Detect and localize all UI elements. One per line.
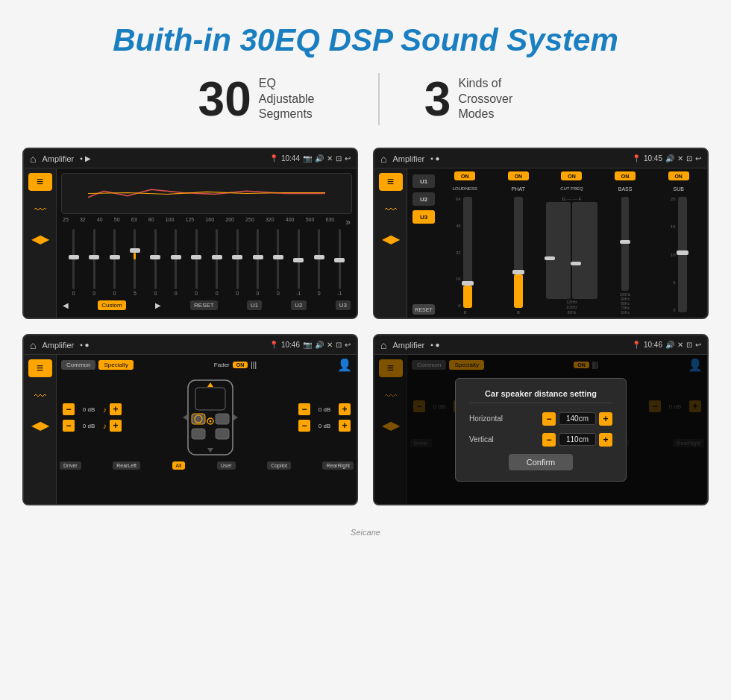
rearright-btn[interactable]: RearRight <box>322 461 354 470</box>
next-arrow[interactable]: » <box>345 217 351 227</box>
confirm-button[interactable]: Confirm <box>509 454 574 470</box>
dsp-tune-icon[interactable]: ≡ <box>379 173 403 191</box>
eq-slider-1[interactable]: 0 <box>84 229 103 296</box>
eq-slider-11[interactable]: -1 <box>289 229 308 296</box>
vertical-input: − 110cm + <box>542 433 612 447</box>
right-bot-minus[interactable]: − <box>298 420 310 432</box>
eq-slider-6[interactable]: 0 <box>187 229 206 296</box>
back-icon-4[interactable]: ↩ <box>695 341 701 349</box>
left-bot-plus[interactable]: + <box>110 420 122 432</box>
right-bot-plus[interactable]: + <box>339 420 351 432</box>
custom-btn[interactable]: Custom <box>98 300 126 310</box>
dsp-content: ≡ 〰 ◀▶ U1 U2 U3 RESET ON LOUDNESS <box>374 168 707 318</box>
loudness-slider[interactable] <box>463 197 472 308</box>
watermark: Seicane <box>351 528 380 537</box>
fader-on[interactable]: ON <box>233 362 248 368</box>
eq-graph <box>61 173 352 214</box>
play-arrow[interactable]: ▶ <box>155 301 161 309</box>
bass-slider[interactable] <box>621 197 629 291</box>
horizontal-plus[interactable]: + <box>599 412 612 426</box>
phat-slider[interactable] <box>514 197 523 308</box>
u3-btn[interactable]: U3 <box>336 300 351 310</box>
phat-on[interactable]: ON <box>508 171 529 180</box>
bass-on[interactable]: ON <box>615 171 636 180</box>
left-top-plus[interactable]: + <box>110 403 122 415</box>
u2-preset[interactable]: U2 <box>412 192 435 206</box>
back-icon[interactable]: ↩ <box>345 154 351 163</box>
home-icon-4[interactable]: ⌂ <box>380 339 386 351</box>
location-icon-2: 📍 <box>632 154 641 163</box>
close-icon[interactable]: ✕ <box>327 154 333 163</box>
home-icon[interactable]: ⌂ <box>30 153 36 165</box>
mode-buttons: Common Specialty <box>61 360 134 370</box>
close-icon-3[interactable]: ✕ <box>327 341 333 349</box>
dsp-vol-icon[interactable]: ◀▶ <box>379 230 403 247</box>
copilot-btn[interactable]: Copilot <box>267 461 291 470</box>
left-top-minus[interactable]: − <box>63 403 75 415</box>
back-icon-2[interactable]: ↩ <box>695 154 701 163</box>
vertical-plus[interactable]: + <box>599 433 612 447</box>
vertical-label: Vertical <box>469 435 494 444</box>
reset-btn[interactable]: RESET <box>190 300 218 310</box>
sub-on[interactable]: ON <box>668 171 689 180</box>
left-bot-minus[interactable]: − <box>63 420 75 432</box>
home-icon-2[interactable]: ⌂ <box>380 153 386 165</box>
eq-tune-icon[interactable]: ≡ <box>28 173 52 191</box>
svg-marker-14 <box>233 414 238 420</box>
eq-slider-4[interactable]: 0 <box>146 229 165 296</box>
eq-slider-10[interactable]: 0 <box>269 229 287 296</box>
u2-btn[interactable]: U2 <box>291 300 306 310</box>
eq-vol-icon[interactable]: ◀▶ <box>28 230 52 247</box>
window-icon-3[interactable]: ⊡ <box>336 341 342 349</box>
horizontal-value: 140cm <box>559 412 596 425</box>
dist-header-icons: ▪ ● <box>430 341 439 349</box>
fader-vol-icon[interactable]: ◀▶ <box>28 416 52 434</box>
home-icon-3[interactable]: ⌂ <box>30 339 36 351</box>
svg-marker-13 <box>183 414 187 420</box>
fader-tune-icon[interactable]: ≡ <box>28 359 52 377</box>
rearleft-btn[interactable]: RearLeft <box>113 461 140 470</box>
right-top-minus[interactable]: − <box>298 403 310 415</box>
eq-slider-5[interactable]: 0 <box>166 229 185 296</box>
dsp-title: Amplifier <box>392 154 424 163</box>
eq-slider-7[interactable]: 0 <box>207 229 226 296</box>
eq-slider-13[interactable]: -1 <box>330 229 348 296</box>
u1-btn[interactable]: U1 <box>247 300 262 310</box>
eq-slider-8[interactable]: 0 <box>228 229 246 296</box>
horizontal-minus[interactable]: − <box>542 412 556 426</box>
eq-slider-0[interactable]: 0 <box>64 229 83 296</box>
vertical-minus[interactable]: − <box>542 433 556 447</box>
driver-btn[interactable]: Driver <box>60 461 81 470</box>
eq-wave-icon[interactable]: 〰 <box>28 201 52 219</box>
cutfreq-on[interactable]: ON <box>561 171 582 180</box>
u3-preset[interactable]: U3 <box>412 210 435 224</box>
common-btn[interactable]: Common <box>61 360 95 370</box>
eq-slider-9[interactable]: 0 <box>248 229 267 296</box>
specialty-btn[interactable]: Specialty <box>98 360 133 370</box>
window-icon[interactable]: ⊡ <box>336 154 342 163</box>
right-top-plus[interactable]: + <box>339 403 351 415</box>
u1-preset[interactable]: U1 <box>412 174 435 188</box>
dsp-reset[interactable]: RESET <box>412 304 435 315</box>
cutfreq-slider-f[interactable] <box>572 202 597 299</box>
prev-arrow[interactable]: ◀ <box>63 301 69 309</box>
all-btn[interactable]: All <box>172 461 186 470</box>
fader-wave-icon[interactable]: 〰 <box>28 388 52 406</box>
eq-slider-2[interactable]: 0 <box>105 229 124 296</box>
user-btn[interactable]: User <box>217 461 236 470</box>
sub-slider[interactable] <box>678 197 687 312</box>
eq-slider-3[interactable]: 5 <box>125 229 144 296</box>
cutfreq-slider-g[interactable] <box>546 202 571 299</box>
back-icon-3[interactable]: ↩ <box>345 341 351 349</box>
loudness-on[interactable]: ON <box>454 171 475 180</box>
eq-slider-12[interactable]: 0 <box>310 229 328 296</box>
dsp-wave-icon[interactable]: 〰 <box>379 201 403 219</box>
eq-freq-labels: 25 32 40 50 63 80 100 125 160 200 250 32… <box>61 217 352 227</box>
close-icon-4[interactable]: ✕ <box>677 341 683 349</box>
fader-top-row: Common Specialty Fader ON ||| 👤 <box>60 358 354 372</box>
window-icon-4[interactable]: ⊡ <box>686 341 692 349</box>
location-icon: 📍 <box>269 154 278 163</box>
eq-status-icons: 📍 10:44 📷 🔊 ✕ ⊡ ↩ <box>269 154 351 163</box>
window-icon-2[interactable]: ⊡ <box>686 154 692 163</box>
close-icon-2[interactable]: ✕ <box>677 154 683 163</box>
